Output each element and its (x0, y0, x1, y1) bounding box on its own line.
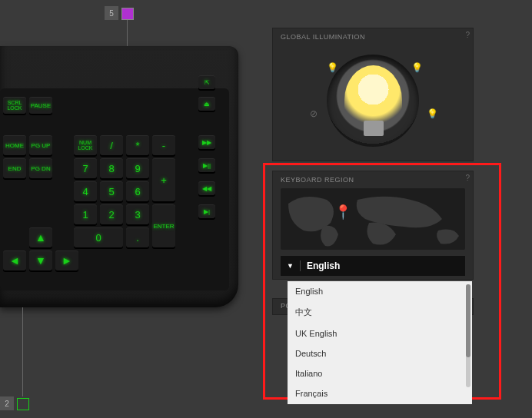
key-3[interactable]: 3 (126, 204, 149, 224)
key-arrow-down[interactable]: ▼ (29, 250, 52, 270)
brightness-dial[interactable]: ⊘ 💡 💡 💡 (273, 41, 473, 156)
key-media-eject[interactable]: ⏏ (198, 97, 215, 111)
key-arrow-right[interactable]: ► (55, 250, 78, 270)
global-illumination-panel: GLOBAL ILLUMINATION ? ⊘ 💡 💡 💡 (272, 28, 474, 161)
key-pgup[interactable]: PG UP (29, 135, 52, 155)
dial-low-icon: 💡 (327, 62, 338, 73)
zone-5-color-swatch[interactable] (121, 8, 134, 20)
language-option[interactable]: Italiano (288, 363, 472, 383)
key-plus[interactable]: + (152, 158, 175, 201)
key-5[interactable]: 5 (100, 181, 123, 201)
key-end[interactable]: END (3, 158, 26, 178)
key-enter[interactable]: ENTER (152, 204, 175, 247)
zone-5-badge: 5 (105, 6, 118, 20)
map-pin-icon: 📍 (334, 204, 351, 221)
key-0[interactable]: 0 (74, 227, 123, 247)
scrollbar-thumb[interactable] (466, 284, 470, 357)
key-minus[interactable]: - (152, 135, 175, 155)
dial-high-icon: 💡 (427, 108, 438, 119)
key-pause[interactable]: PAUSE (29, 97, 52, 114)
key-media-rew[interactable]: ◀◀ (198, 181, 215, 195)
language-option[interactable]: 中文 (288, 301, 472, 323)
keyboard-region-title: KEYBOARD REGION (273, 171, 473, 184)
key-pgdn[interactable]: PG DN (29, 158, 52, 178)
key-media-play[interactable]: ▶|| (198, 158, 215, 172)
key-arrow-left[interactable]: ◄ (3, 250, 26, 270)
key-2[interactable]: 2 (100, 204, 123, 224)
help-icon[interactable]: ? (465, 174, 470, 182)
connector-line-2 (22, 307, 23, 396)
language-dropdown[interactable]: ▼ English (281, 256, 465, 276)
key-period[interactable]: . (126, 227, 149, 247)
language-option[interactable]: Français (288, 383, 472, 403)
key-home[interactable]: HOME (3, 135, 26, 155)
world-map: 📍 (281, 188, 465, 250)
dial-off-icon: ⊘ (310, 108, 318, 119)
help-icon[interactable]: ? (465, 31, 470, 39)
language-option[interactable]: English (288, 281, 472, 301)
key-arrow-up[interactable]: ▲ (29, 227, 52, 247)
key-8[interactable]: 8 (100, 158, 123, 178)
dropdown-caret-icon: ▼ (287, 262, 294, 270)
key-multiply[interactable]: * (126, 135, 149, 155)
lightbulb-icon (344, 65, 402, 134)
dial-med-icon: 💡 (411, 62, 423, 73)
key-1[interactable]: 1 (74, 204, 97, 224)
zone-2-badge: 2 (0, 396, 14, 410)
keyboard-region-panel: KEYBOARD REGION ? 📍 ▼ English (272, 171, 474, 280)
key-divide[interactable]: / (100, 135, 123, 155)
global-illumination-title: GLOBAL ILLUMINATION (273, 28, 473, 41)
language-dropdown-list: English 中文 UK English Deutsch Italiano F… (288, 281, 472, 404)
language-option[interactable]: Deutsch (288, 343, 472, 363)
keyboard-body: steelseries SCRL LOCK PAUSE HOME PG UP E… (0, 46, 238, 307)
language-selected: English (307, 260, 340, 271)
key-media-next[interactable]: ▶| (198, 204, 215, 218)
language-option[interactable]: UK English (288, 323, 472, 343)
key-9[interactable]: 9 (126, 158, 149, 178)
key-scroll-lock[interactable]: SCRL LOCK (3, 97, 26, 114)
key-media-home[interactable]: ⇱ (198, 75, 215, 89)
zone-2-color-swatch[interactable] (17, 398, 29, 410)
key-numlock[interactable]: NUM LOCK (74, 135, 97, 155)
key-6[interactable]: 6 (126, 181, 149, 201)
key-4[interactable]: 4 (74, 181, 97, 201)
key-media-fwd[interactable]: ▶▶ (198, 135, 215, 149)
key-7[interactable]: 7 (74, 158, 97, 178)
